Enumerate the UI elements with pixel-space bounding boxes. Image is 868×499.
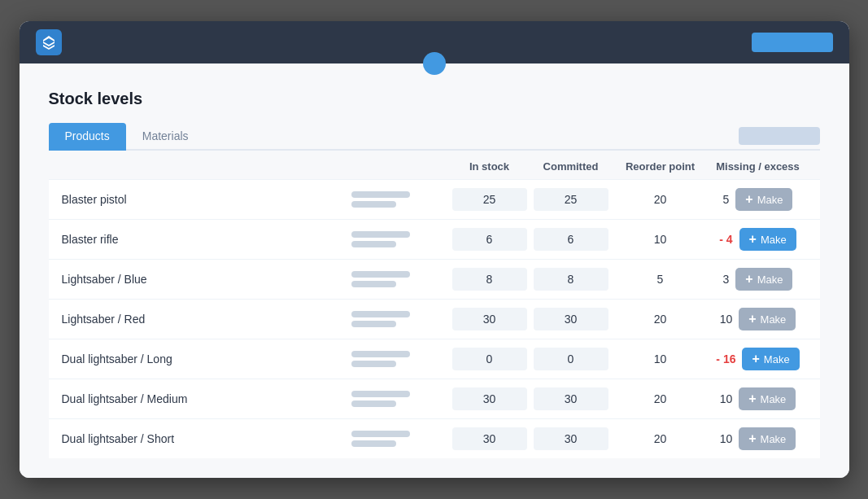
instock-value: 30 <box>452 427 527 450</box>
table-row: Blaster rifle 6 6 10 - 4 + Make <box>49 219 820 259</box>
tabs-row: Products Materials <box>49 123 820 151</box>
col-bars <box>351 160 449 173</box>
product-name: Lightsaber / Blue <box>62 273 147 286</box>
titlebar-action-button[interactable] <box>752 33 833 52</box>
plus-icon: + <box>745 273 752 286</box>
bar-group <box>351 431 449 447</box>
tab-products[interactable]: Products <box>49 123 126 151</box>
app-logo <box>36 29 62 55</box>
bar-top <box>351 391 410 397</box>
product-name: Blaster rifle <box>62 233 119 246</box>
bar-top <box>351 311 410 317</box>
make-button[interactable]: + Make <box>742 348 799 370</box>
product-name: Blaster pistol <box>62 193 127 206</box>
bar-bottom <box>351 361 396 367</box>
plus-icon: + <box>752 352 759 365</box>
bar-top <box>351 271 410 278</box>
make-button[interactable]: + Make <box>739 387 796 410</box>
make-button[interactable]: + Make <box>739 228 796 251</box>
missing-value: - 16 <box>716 352 735 365</box>
col-committed: Committed <box>530 160 612 173</box>
product-name: Lightsaber / Red <box>62 313 146 326</box>
make-label: Make <box>761 393 787 405</box>
bar-group <box>351 351 449 367</box>
table-row: Lightsaber / Red 30 30 20 10 + Make <box>49 299 820 339</box>
reorder-value: 20 <box>612 193 709 206</box>
col-product <box>62 160 351 173</box>
product-name-cell: Blaster rifle <box>62 233 351 246</box>
committed-value: 30 <box>534 308 608 330</box>
table-row: Blaster pistol 25 25 20 5 + Make <box>49 179 820 219</box>
make-label: Make <box>761 433 787 445</box>
missing-value: 10 <box>720 392 733 405</box>
bar-bottom <box>351 440 396 447</box>
reorder-value: 20 <box>612 432 709 445</box>
tab-search[interactable] <box>739 127 820 145</box>
instock-value: 8 <box>452 268 527 291</box>
make-label: Make <box>764 353 790 365</box>
bar-group <box>351 191 449 208</box>
bar-top <box>351 231 410 238</box>
make-button[interactable]: + Make <box>735 188 792 211</box>
product-name: Dual lightsaber / Medium <box>62 392 188 405</box>
committed-value: 6 <box>534 228 608 251</box>
product-name-cell: Dual lightsaber / Short <box>62 432 351 445</box>
bar-bottom <box>351 321 396 327</box>
missing-value: - 4 <box>719 233 732 246</box>
plus-icon: + <box>748 313 756 326</box>
bar-top <box>351 431 410 437</box>
table-header: In stock Committed Reorder point Missing… <box>49 151 820 179</box>
col-missing: Missing / excess <box>709 160 807 173</box>
bar-top <box>351 191 410 198</box>
missing-value: 10 <box>720 432 733 445</box>
instock-value: 0 <box>452 348 527 370</box>
bar-group <box>351 391 449 407</box>
table-row: Dual lightsaber / Medium 30 30 20 10 + M… <box>49 379 820 418</box>
bar-bottom <box>351 201 396 208</box>
reorder-value: 20 <box>612 313 709 326</box>
instock-value: 6 <box>452 228 527 251</box>
main-content: Stock levels Products Materials In stock… <box>20 63 849 478</box>
instock-value: 25 <box>452 188 527 211</box>
table-row: Dual lightsaber / Long 0 0 10 - 16 + Mak… <box>49 339 820 379</box>
plus-icon: + <box>748 392 756 405</box>
reorder-value: 10 <box>612 352 709 365</box>
table-body: Blaster pistol 25 25 20 5 + Make Blaster… <box>49 179 820 458</box>
titlebar <box>20 21 849 63</box>
bar-bottom <box>351 281 396 287</box>
product-name-cell: Lightsaber / Blue <box>62 273 351 286</box>
bar-bottom <box>351 241 396 247</box>
product-name: Dual lightsaber / Long <box>62 352 172 365</box>
nav-indicator <box>423 52 446 75</box>
missing-value: 3 <box>723 273 730 286</box>
committed-value: 8 <box>534 268 608 291</box>
bar-bottom <box>351 401 396 407</box>
plus-icon: + <box>749 233 757 246</box>
product-name-cell: Dual lightsaber / Long <box>62 352 351 365</box>
make-button[interactable]: + Make <box>739 427 796 450</box>
make-button[interactable]: + Make <box>735 268 792 291</box>
tab-materials[interactable]: Materials <box>126 123 205 151</box>
committed-value: 30 <box>534 427 608 450</box>
make-label: Make <box>761 234 787 246</box>
bar-group <box>351 271 449 287</box>
product-name-cell: Lightsaber / Red <box>62 313 351 326</box>
table-row: Lightsaber / Blue 8 8 5 3 + Make <box>49 259 820 299</box>
bar-top <box>351 351 410 357</box>
missing-value: 10 <box>720 313 733 326</box>
make-button[interactable]: + Make <box>739 308 796 330</box>
plus-icon: + <box>745 193 752 206</box>
product-name-cell: Blaster pistol <box>62 193 351 206</box>
reorder-value: 5 <box>612 273 709 286</box>
stock-table: In stock Committed Reorder point Missing… <box>49 151 820 458</box>
table-row: Dual lightsaber / Short 30 30 20 10 + Ma… <box>49 418 820 458</box>
page-title: Stock levels <box>49 90 820 108</box>
instock-value: 30 <box>452 308 527 330</box>
make-label: Make <box>757 194 783 206</box>
plus-icon: + <box>748 432 756 445</box>
product-name: Dual lightsaber / Short <box>62 432 175 445</box>
col-instock: In stock <box>449 160 530 173</box>
instock-value: 30 <box>452 387 527 410</box>
tabs: Products Materials <box>49 123 205 149</box>
app-window: Stock levels Products Materials In stock… <box>20 21 849 478</box>
